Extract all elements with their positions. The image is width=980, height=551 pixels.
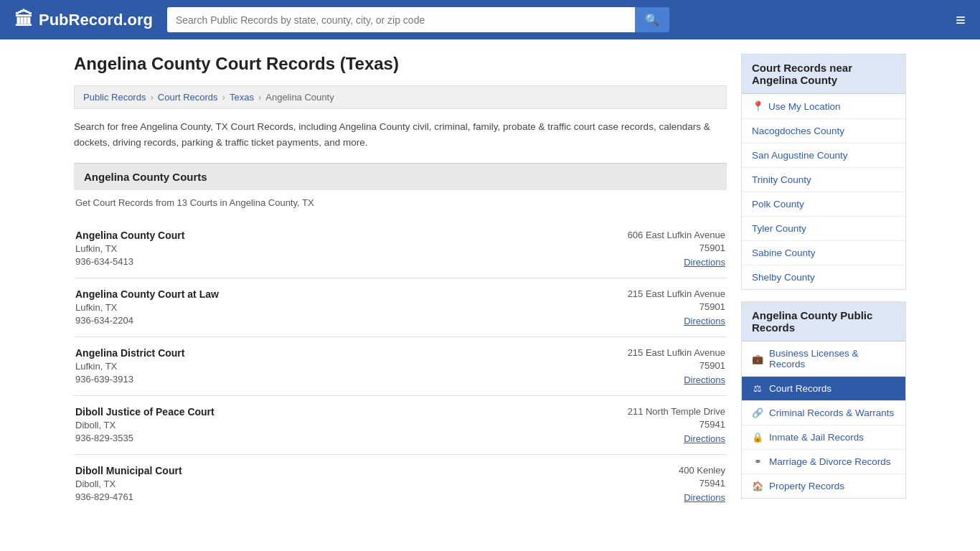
- pr-court-records[interactable]: ⚖ Court Records: [742, 377, 905, 401]
- court-zip: 75941: [628, 419, 725, 430]
- lock-icon: 🔒: [752, 432, 763, 443]
- court-zip: 75901: [628, 242, 725, 253]
- pr-criminal-records-link[interactable]: Criminal Records & Warrants: [769, 408, 894, 418]
- court-phone: 936-829-4761: [75, 491, 182, 502]
- hamburger-icon: ≡: [956, 10, 966, 29]
- court-phone: 936-639-3913: [75, 374, 184, 385]
- breadcrumb-public-records[interactable]: Public Records: [83, 92, 146, 103]
- link-icon: 🔗: [752, 408, 763, 418]
- court-entry: Angelina District Court Lufkin, TX 936-6…: [74, 337, 727, 396]
- search-bar: 🔍: [167, 7, 669, 32]
- site-header: 🏛 PubRecord.org 🔍 ≡: [0, 0, 980, 39]
- courts-list: Angelina County Court Lufkin, TX 936-634…: [74, 220, 727, 513]
- court-entry: Angelina County Court Lufkin, TX 936-634…: [74, 220, 727, 278]
- court-address: 215 East Lufkin Avenue 75901 Directions: [628, 288, 725, 326]
- court-info: Diboll Justice of Peace Court Diboll, TX…: [75, 406, 215, 444]
- court-info: Angelina County Court Lufkin, TX 936-634…: [75, 230, 184, 268]
- pr-business-licenses-link[interactable]: Business Licenses & Records: [769, 348, 895, 369]
- court-phone: 936-634-2204: [75, 315, 219, 326]
- directions-link[interactable]: Directions: [684, 492, 725, 503]
- court-street: 606 East Lufkin Avenue: [628, 230, 725, 240]
- breadcrumb: Public Records › Court Records › Texas ›…: [74, 85, 727, 109]
- court-city: Diboll, TX: [75, 479, 182, 489]
- breadcrumb-sep-3: ›: [258, 92, 261, 103]
- nearby-san-augustine[interactable]: San Augustine County: [742, 143, 905, 168]
- court-entry: Diboll Justice of Peace Court Diboll, TX…: [74, 396, 727, 455]
- breadcrumb-texas[interactable]: Texas: [230, 92, 254, 103]
- nearby-tyler[interactable]: Tyler County: [742, 217, 905, 241]
- directions-link[interactable]: Directions: [684, 433, 725, 444]
- breadcrumb-sep-1: ›: [150, 92, 153, 103]
- briefcase-icon: 💼: [752, 354, 763, 364]
- nearby-list: 📍 Use My Location Nacogdoches County San…: [742, 94, 905, 289]
- courts-section-header: Angelina County Courts: [74, 163, 727, 190]
- court-info: Diboll Municipal Court Diboll, TX 936-82…: [75, 465, 182, 503]
- search-input[interactable]: [167, 7, 635, 32]
- court-city: Lufkin, TX: [75, 243, 184, 254]
- court-zip: 75901: [628, 301, 725, 312]
- breadcrumb-county: Angelina County: [265, 92, 334, 103]
- nearby-nacogdoches[interactable]: Nacogdoches County: [742, 119, 905, 143]
- pr-marriage-records-link[interactable]: Marriage & Divorce Records: [769, 456, 891, 467]
- directions-link[interactable]: Directions: [684, 257, 725, 268]
- court-zip: 75901: [628, 360, 725, 371]
- court-address: 211 North Temple Drive 75941 Directions: [628, 406, 725, 444]
- logo-text: PubRecord.org: [39, 11, 153, 29]
- search-icon: 🔍: [645, 14, 659, 26]
- building-icon: 🏛: [14, 9, 33, 31]
- breadcrumb-sep-2: ›: [222, 92, 225, 103]
- court-city: Diboll, TX: [75, 420, 215, 430]
- nearby-section-header: Court Records near Angelina County: [742, 55, 905, 94]
- use-location-item[interactable]: 📍 Use My Location: [742, 94, 905, 119]
- pr-property-records-link[interactable]: Property Records: [769, 481, 844, 491]
- use-location-link[interactable]: Use My Location: [768, 101, 841, 112]
- courts-section-subtitle: Get Court Records from 13 Courts in Ange…: [74, 197, 727, 208]
- court-phone: 936-829-3535: [75, 433, 215, 443]
- home-icon: 🏠: [752, 481, 763, 491]
- pr-inmate-records-link[interactable]: Inmate & Jail Records: [769, 432, 864, 443]
- court-phone: 936-634-5413: [75, 256, 184, 267]
- court-name: Diboll Municipal Court: [75, 465, 182, 476]
- directions-link[interactable]: Directions: [684, 375, 725, 385]
- court-name: Angelina County Court at Law: [75, 288, 219, 300]
- site-logo[interactable]: 🏛 PubRecord.org: [14, 9, 153, 31]
- breadcrumb-court-records[interactable]: Court Records: [158, 92, 218, 103]
- court-city: Lufkin, TX: [75, 302, 219, 313]
- court-entry: Diboll Municipal Court Diboll, TX 936-82…: [74, 455, 727, 513]
- court-address: 606 East Lufkin Avenue 75901 Directions: [628, 230, 725, 268]
- nearby-shelby[interactable]: Shelby County: [742, 265, 905, 289]
- court-name: Angelina District Court: [75, 347, 184, 359]
- public-records-list: 💼 Business Licenses & Records ⚖ Court Re…: [742, 342, 905, 498]
- nearby-section: Court Records near Angelina County 📍 Use…: [741, 54, 906, 290]
- public-records-section-header: Angelina County Public Records: [742, 302, 905, 342]
- page-description: Search for free Angelina County, TX Cour…: [74, 119, 727, 150]
- court-city: Lufkin, TX: [75, 361, 184, 372]
- court-street: 215 East Lufkin Avenue: [628, 288, 725, 299]
- nearby-polk[interactable]: Polk County: [742, 192, 905, 217]
- court-address: 400 Kenley 75941 Directions: [679, 465, 725, 503]
- pr-court-records-link[interactable]: Court Records: [769, 383, 831, 394]
- court-info: Angelina County Court at Law Lufkin, TX …: [75, 288, 219, 326]
- gender-icon: ⚭: [752, 456, 763, 467]
- search-button[interactable]: 🔍: [635, 7, 669, 32]
- pin-icon: 📍: [752, 100, 764, 112]
- public-records-section: Angelina County Public Records 💼 Busines…: [741, 301, 906, 499]
- pr-business-licenses[interactable]: 💼 Business Licenses & Records: [742, 342, 905, 377]
- main-content: Angelina County Court Records (Texas) Pu…: [74, 54, 727, 513]
- court-street: 211 North Temple Drive: [628, 406, 725, 417]
- pr-criminal-records[interactable]: 🔗 Criminal Records & Warrants: [742, 401, 905, 425]
- pr-property-records[interactable]: 🏠 Property Records: [742, 474, 905, 498]
- court-street: 215 East Lufkin Avenue: [628, 347, 725, 358]
- directions-link[interactable]: Directions: [684, 316, 725, 326]
- main-container: Angelina County Court Records (Texas) Pu…: [60, 39, 920, 527]
- pr-inmate-records[interactable]: 🔒 Inmate & Jail Records: [742, 425, 905, 450]
- court-name: Diboll Justice of Peace Court: [75, 406, 215, 418]
- nearby-sabine[interactable]: Sabine County: [742, 241, 905, 265]
- nearby-trinity[interactable]: Trinity County: [742, 168, 905, 192]
- court-zip: 75941: [679, 478, 725, 489]
- pr-marriage-records[interactable]: ⚭ Marriage & Divorce Records: [742, 450, 905, 474]
- sidebar: Court Records near Angelina County 📍 Use…: [741, 54, 906, 513]
- scales-icon: ⚖: [752, 383, 763, 394]
- page-title: Angelina County Court Records (Texas): [74, 54, 727, 74]
- hamburger-button[interactable]: ≡: [956, 10, 966, 30]
